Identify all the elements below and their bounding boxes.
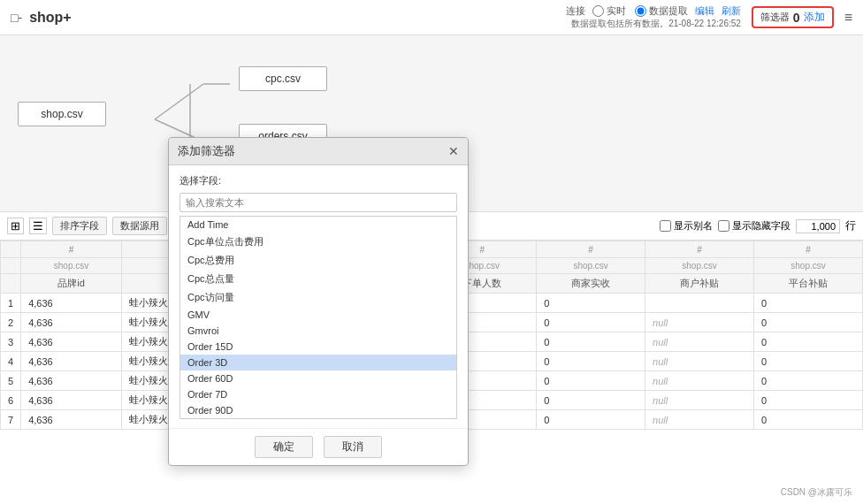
modal-header: 添加筛选器 ✕ bbox=[169, 138, 468, 165]
modal-list-item[interactable]: Cpc单位点击费用 bbox=[180, 233, 456, 251]
svg-line-0 bbox=[155, 84, 203, 119]
modal-list-item[interactable]: Sku主基类品数 bbox=[180, 418, 456, 419]
row-num: 1 bbox=[1, 294, 21, 313]
cell-actual: 0 bbox=[537, 371, 645, 391]
cell-platform: 0 bbox=[754, 371, 863, 391]
modal-list-item[interactable]: Cpc总点量 bbox=[180, 270, 456, 288]
sort-field-btn[interactable]: 排序字段 bbox=[52, 217, 107, 235]
modal-list-item[interactable]: Add Time bbox=[180, 217, 456, 233]
modal-list-item[interactable]: Gmvroi bbox=[180, 323, 456, 339]
cell-actual: 0 bbox=[537, 313, 645, 332]
row-count-input[interactable] bbox=[796, 219, 840, 233]
cell-brandid: 4,636 bbox=[21, 410, 122, 430]
col-platform-header: 平台补贴 bbox=[754, 274, 863, 294]
col-brandid-source: shop.csv bbox=[21, 258, 122, 274]
cell-actual: 0 bbox=[537, 332, 645, 352]
cell-subsidy: null bbox=[645, 410, 754, 430]
header-right: 连接 实时 数据提取 编辑 刷新 数据提取包括所有数据。21-08-22 bbox=[566, 4, 852, 30]
modal-list-item[interactable]: Order 60D bbox=[180, 370, 456, 386]
col-rownum-type bbox=[1, 241, 21, 258]
modal-field-label: 选择字段: bbox=[179, 174, 457, 187]
row-num: 3 bbox=[1, 332, 21, 352]
realtime-radio[interactable]: 实时 bbox=[592, 4, 626, 18]
col-rownum-source bbox=[1, 258, 21, 274]
app-title: shop+ bbox=[29, 10, 72, 26]
modal-list-item[interactable]: Order 7D bbox=[180, 386, 456, 402]
modal-close-button[interactable]: ✕ bbox=[448, 144, 459, 158]
cell-subsidy: null bbox=[645, 352, 754, 371]
modal-list-item[interactable]: Order 15D bbox=[180, 339, 456, 355]
display-hidden-check[interactable]: 显示隐藏字段 bbox=[718, 219, 790, 233]
col-subsidy-source: shop.csv bbox=[645, 258, 754, 274]
edit-link[interactable]: 编辑 bbox=[695, 4, 714, 18]
row-label: 行 bbox=[845, 218, 856, 233]
modal-body: 选择字段: Add TimeCpc单位点击费用Cpc总费用Cpc总点量Cpc访问… bbox=[169, 165, 468, 428]
cell-brandid: 4,636 bbox=[21, 352, 122, 371]
connection-row: 连接 实时 数据提取 编辑 刷新 bbox=[566, 4, 741, 18]
modal-list-item[interactable]: Cpc总费用 bbox=[180, 251, 456, 270]
timestamp-text: 数据提取包括所有数据。21-08-22 12:26:52 bbox=[571, 18, 741, 30]
col-actual-header: 商家实收 bbox=[537, 274, 645, 294]
list-icon[interactable]: ☰ bbox=[29, 218, 47, 234]
col-platform-source: shop.csv bbox=[754, 258, 863, 274]
row-num: 6 bbox=[1, 391, 21, 410]
row-num: 7 bbox=[1, 410, 21, 430]
node-shop-csv[interactable]: shop.csv bbox=[18, 102, 106, 126]
modal-list-item[interactable]: Order 3D bbox=[180, 355, 456, 370]
cell-subsidy: null bbox=[645, 391, 754, 410]
modal-cancel-button[interactable]: 取消 bbox=[324, 436, 382, 458]
cell-brandid: 4,636 bbox=[21, 313, 122, 332]
data-source-btn[interactable]: 数据源用 bbox=[112, 217, 167, 235]
filter-box: 筛选器 0 添加 bbox=[752, 6, 834, 28]
filter-count: 0 bbox=[793, 11, 800, 25]
modal-list[interactable]: Add TimeCpc单位点击费用Cpc总费用Cpc总点量Cpc访问量GMVGm… bbox=[179, 216, 457, 419]
add-filter-button[interactable]: 添加 bbox=[804, 10, 825, 25]
conn-links: 编辑 刷新 bbox=[695, 4, 741, 18]
add-filter-modal: 添加筛选器 ✕ 选择字段: Add TimeCpc单位点击费用Cpc总费用Cpc… bbox=[168, 137, 469, 466]
col-actual-type: # bbox=[537, 241, 645, 258]
cell-actual: 0 bbox=[537, 410, 645, 430]
modal-search-input[interactable] bbox=[179, 193, 457, 212]
fetch-radio[interactable]: 数据提取 bbox=[635, 4, 688, 18]
cell-platform: 0 bbox=[754, 313, 863, 332]
cell-brandid: 4,636 bbox=[21, 332, 122, 352]
modal-list-item[interactable]: GMV bbox=[180, 307, 456, 323]
connection-label: 连接 bbox=[566, 4, 585, 18]
cell-platform: 0 bbox=[754, 391, 863, 410]
modal-list-item[interactable]: Order 90D bbox=[180, 402, 456, 418]
menu-icon[interactable]: ≡ bbox=[844, 10, 852, 26]
row-num: 4 bbox=[1, 352, 21, 371]
modal-list-item[interactable]: Cpc访问量 bbox=[180, 288, 456, 307]
cell-subsidy: null bbox=[645, 371, 754, 391]
col-subsidy-header: 商户补贴 bbox=[645, 274, 754, 294]
col-brandid-header: 品牌id bbox=[21, 274, 122, 294]
app-icon: □- bbox=[11, 11, 22, 25]
cell-subsidy bbox=[645, 294, 754, 313]
col-subsidy-type: # bbox=[645, 241, 754, 258]
col-rownum-header bbox=[1, 274, 21, 294]
modal-footer: 确定 取消 bbox=[169, 428, 468, 465]
cell-subsidy: null bbox=[645, 313, 754, 332]
credit-text: CSDN @冰露可乐 bbox=[781, 486, 852, 499]
node-cpc-csv[interactable]: cpc.csv bbox=[239, 66, 327, 91]
cell-brandid: 4,636 bbox=[21, 391, 122, 410]
refresh-link[interactable]: 刷新 bbox=[722, 4, 741, 18]
header-left: □- shop+ bbox=[11, 10, 72, 26]
cell-actual: 0 bbox=[537, 391, 645, 410]
header: □- shop+ 连接 实时 数据提取 编辑 刷新 bbox=[0, 0, 863, 35]
cell-actual: 0 bbox=[537, 294, 645, 313]
grid-icon[interactable]: ⊞ bbox=[7, 218, 24, 234]
cell-platform: 0 bbox=[754, 294, 863, 313]
cell-platform: 0 bbox=[754, 332, 863, 352]
cell-brandid: 4,636 bbox=[21, 294, 122, 313]
row-num: 5 bbox=[1, 371, 21, 391]
cell-brandid: 4,636 bbox=[21, 371, 122, 391]
modal-confirm-button[interactable]: 确定 bbox=[255, 436, 313, 458]
cell-platform: 0 bbox=[754, 410, 863, 430]
cell-subsidy: null bbox=[645, 332, 754, 352]
filter-label: 筛选器 bbox=[760, 11, 790, 24]
col-actual-source: shop.csv bbox=[537, 258, 645, 274]
cell-actual: 0 bbox=[537, 352, 645, 371]
display-alias-check[interactable]: 显示别名 bbox=[660, 219, 713, 233]
radio-group: 实时 数据提取 bbox=[592, 4, 688, 18]
